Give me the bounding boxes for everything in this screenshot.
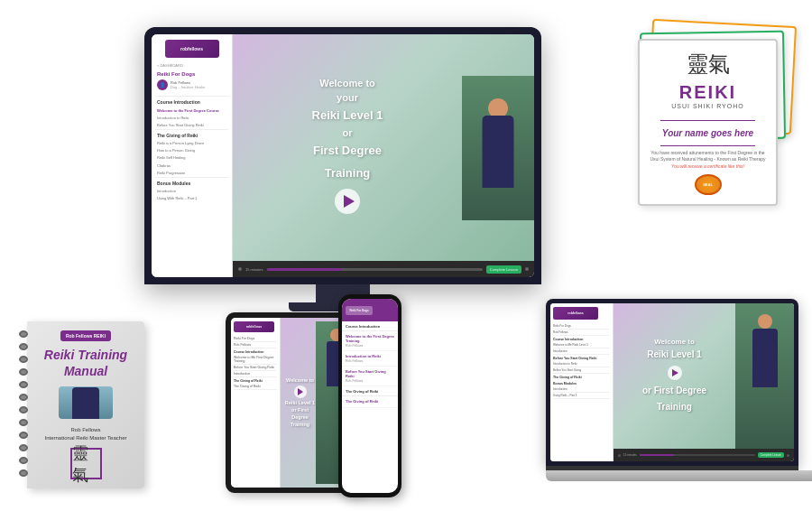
instructor-photo: [462, 76, 534, 220]
tablet-title: Reiki Level 1 or First Degree Training: [284, 400, 316, 428]
phone-item-3[interactable]: Before You Start Giving Reiki Rob Fellow…: [342, 367, 398, 386]
laptop-main-area: Welcome to Reiki Level 1 or First Degree…: [614, 303, 794, 461]
sidebar-instructor: 👤 Rob Fellows Dog – Intuitive Healer: [155, 79, 228, 90]
ctrl-back[interactable]: [238, 267, 242, 271]
sidebar-item-bonus-intro[interactable]: Introduction: [155, 188, 228, 195]
phone-item-2-sub: Rob Fellows: [346, 359, 394, 363]
phone-item-1[interactable]: Welcome to the First Degree Training Rob…: [342, 331, 398, 351]
sidebar-item-progression[interactable]: Reiki Progression: [155, 169, 228, 176]
phone-item-4[interactable]: The Giving of Reiki: [342, 396, 398, 408]
laptop-progress[interactable]: [640, 454, 755, 456]
laptop-section-4: Bonus Modules: [553, 380, 610, 386]
laptop-play-btn[interactable]: [668, 366, 682, 380]
laptop-course-title: Reiki For Dogs: [553, 323, 610, 330]
phone-item-2[interactable]: Introduction to Reiki Rob Fellows: [342, 351, 398, 367]
play-button[interactable]: [335, 189, 360, 214]
cert-main: 靈氣 REIKI USUI SHIKI RYOHO Your name goes…: [638, 39, 778, 206]
laptop-ls-item-6[interactable]: Using Reiki – Part 1: [553, 393, 610, 399]
complete-lesson-btn[interactable]: Complete Lesson: [486, 265, 521, 274]
tablet-section-2: The Giving of Reiki: [234, 377, 277, 384]
ring-2: [19, 343, 28, 350]
progress-bar[interactable]: [267, 268, 483, 271]
ctrl-forward[interactable]: [525, 267, 529, 271]
phone-item-3-sub: Rob Fellows: [346, 379, 394, 383]
ring-4: [19, 368, 28, 376]
video-controls: 15 minutes Complete Lesson: [233, 261, 534, 277]
ring-9: [19, 432, 28, 439]
sidebar-item-welcome[interactable]: Welcome to the First Degree Course: [155, 107, 228, 114]
phone-top-bar: Reiki For Dogs: [342, 299, 398, 321]
sidebar-item-bonus-reiki[interactable]: Using With Reiki – Part 1: [155, 195, 228, 202]
tablet-play-btn[interactable]: [294, 386, 307, 398]
manual-author: Rob Fellows International Reiki Master T…: [45, 426, 127, 442]
sidebar-logo: robfellows: [165, 40, 219, 58]
cert-name-field: Your name goes here: [662, 128, 753, 138]
tablet-item-5[interactable]: Introduction: [234, 371, 277, 377]
scene: robfellows < DASHBOARD Reiki For Dogs 👤 …: [0, 0, 812, 511]
laptop-subtitle3: Training: [657, 401, 692, 413]
tablet-welcome: Welcome to: [286, 377, 314, 385]
video-welcome-line1: Welcome to: [319, 77, 375, 90]
manual-photo-person: [72, 386, 99, 419]
phone-item-1-sub: Rob Fellows: [346, 344, 394, 348]
laptop-ctrl-back[interactable]: [618, 454, 621, 457]
tablet-sidebar: robfellows Reiki For Dogs Rob Fellows Co…: [231, 318, 281, 488]
cert-body: You have received attunements to the Fir…: [649, 150, 767, 163]
laptop-ls-item-2[interactable]: Introduction: [553, 348, 610, 355]
laptop-ctrl-forward[interactable]: [787, 454, 789, 457]
phone-body: Reiki For Dogs Course Introduction Welco…: [338, 294, 401, 497]
video-title-line3: First Degree: [313, 143, 382, 159]
sidebar-item-lying-down[interactable]: Reiki is a Person Lying Down: [155, 140, 228, 147]
video-title-line4: Training: [325, 165, 371, 181]
tablet-text-col: Welcome to Reiki Level 1 or First Degree…: [284, 377, 316, 428]
sidebar-item-intro-reiki[interactable]: Introduction to Reiki: [155, 114, 228, 121]
laptop-ls-item-1[interactable]: Welcome to Me Reiki Level 1: [553, 342, 610, 348]
tablet-item-4[interactable]: Before You Start Giving Reiki: [234, 365, 277, 371]
monitor-screen: robfellows < DASHBOARD Reiki For Dogs 👤 …: [152, 34, 534, 277]
cert-subtitle: USUI SHIKI RYOHO: [671, 103, 743, 109]
laptop-logo-text: robfellows: [567, 311, 584, 315]
tablet-item-2[interactable]: Rob Fellows: [234, 342, 277, 348]
instructor-name: Rob Fellows Dog – Intuitive Healer: [171, 80, 205, 89]
progress-fill: [267, 268, 343, 271]
monitor-sidebar: robfellows < DASHBOARD Reiki For Dogs 👤 …: [152, 34, 233, 277]
sidebar-item-before-start[interactable]: Before You Start Giving Reiki: [155, 121, 228, 128]
cert-title: REIKI: [679, 82, 736, 103]
ring-12: [19, 469, 28, 477]
phone-item-2-title: Introduction to Reiki: [346, 354, 394, 358]
tablet-item-6[interactable]: The Giving of Reiki: [234, 384, 277, 390]
sidebar-breadcrumb: < DASHBOARD: [155, 63, 228, 68]
cert-seal-text: SEAL: [703, 182, 713, 187]
laptop-subtitle2: or First Degree: [642, 385, 706, 397]
laptop-ls-item-3[interactable]: Introduction to Reiki: [553, 361, 610, 367]
laptop-time: 15 minutes: [623, 453, 637, 457]
ring-1: [19, 330, 28, 338]
laptop-logo: robfellows: [553, 307, 598, 320]
cert-kanji: 靈氣: [687, 50, 730, 79]
cert-highlight: You will receive a certificate like this…: [671, 163, 744, 169]
training-manual: Rob Fellows REIKI Reiki Training Manual …: [18, 321, 144, 488]
certificates-area: 靈氣 REIKI USUI SHIKI RYOHO Your name goes…: [614, 23, 794, 221]
phone-section-1: Course Introduction: [342, 321, 398, 331]
manual-kanji-box: 靈氣: [70, 448, 102, 479]
video-title-line1: Reiki Level 1: [312, 107, 383, 124]
laptop-sidebar: robfellows Reiki For Dogs Rob Fellows Co…: [550, 303, 614, 461]
laptop-ls-item-4[interactable]: Before You Start Giving: [553, 367, 610, 374]
sidebar-logo-text: robfellows: [180, 46, 203, 51]
phone-item-4-title: The Giving of Reiki: [346, 399, 394, 404]
sidebar-item-chakras[interactable]: Chakras: [155, 162, 228, 169]
tablet-item-3[interactable]: Welcome to Me First Degree Training: [234, 355, 277, 365]
phone-item-3-title: Before You Start Giving Reiki: [346, 369, 394, 378]
laptop-ls-item-5[interactable]: Introduction: [553, 386, 610, 393]
sidebar-section-giving: The Giving of Reiki: [155, 129, 228, 140]
laptop-complete-btn[interactable]: Complete Lesson: [758, 452, 784, 458]
phone-screen: Reiki For Dogs Course Introduction Welco…: [342, 299, 398, 493]
avatar: 👤: [157, 79, 168, 90]
sidebar-item-self-healing[interactable]: Reiki Self Healing: [155, 154, 228, 162]
ring-11: [19, 457, 28, 464]
laptop-welcome-text: Welcome to: [654, 337, 695, 347]
laptop-section-2: Before You Start Giving Reiki: [553, 355, 610, 361]
sidebar-item-person-giving[interactable]: How to a Person Giving: [155, 147, 228, 154]
ring-3: [19, 356, 28, 363]
tablet-item-1[interactable]: Reiki For Dogs: [234, 336, 277, 342]
